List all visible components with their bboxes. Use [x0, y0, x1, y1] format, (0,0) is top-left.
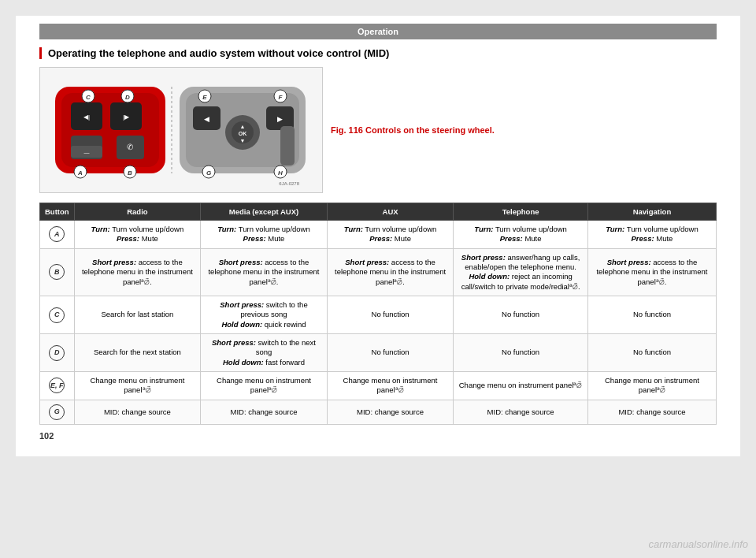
controls-table: Button Radio Media (except AUX) AUX Tele… [39, 203, 717, 425]
key-term: Turn: [217, 225, 236, 233]
cell-aux: Short press: access to the telephone men… [327, 248, 454, 296]
cell-radio: Search for the next station [74, 334, 201, 372]
cell-button: B [40, 248, 75, 296]
cell-media: Turn: Turn volume up/downPress: Mute [201, 221, 328, 249]
key-term: Hold down: [221, 320, 262, 329]
cell-button: E, F [40, 372, 75, 400]
table-row: ATurn: Turn volume up/downPress: MuteTur… [40, 221, 717, 249]
header-bar: Operation [39, 24, 717, 39]
key-term: Short press: [461, 253, 506, 262]
cell-aux: MID: change source [327, 400, 454, 424]
fig-label: Fig. 116 [331, 125, 363, 135]
cell-navigation: No function [587, 334, 716, 372]
svg-text:▼: ▼ [240, 138, 246, 143]
col-radio: Radio [74, 203, 201, 221]
section-title: Operating the telephone and audio system… [39, 47, 717, 59]
svg-text:◀|: ◀| [83, 113, 90, 121]
svg-text:E: E [202, 94, 207, 101]
image-area: ◀| |▶ + — ✆ C D A B [39, 67, 717, 193]
cell-aux: No function [327, 296, 454, 334]
col-button: Button [40, 203, 75, 221]
key-term: Press: [369, 234, 392, 243]
button-circle: A [49, 226, 65, 242]
cell-aux: No function [327, 334, 454, 372]
svg-text:—: — [84, 150, 90, 155]
cell-navigation: No function [587, 296, 716, 334]
svg-text:|▶: |▶ [123, 113, 130, 121]
key-term: Short press: [345, 258, 389, 266]
svg-text:B: B [128, 169, 132, 177]
page-number: 102 [39, 431, 717, 441]
key-term: Short press: [212, 338, 256, 347]
cell-button: A [40, 221, 75, 249]
key-term: Hold down: [469, 272, 510, 281]
key-term: Short press: [219, 258, 263, 266]
key-term: Turn: [91, 225, 110, 233]
key-term: Turn: [344, 225, 363, 233]
col-media: Media (except AUX) [201, 203, 328, 221]
svg-text:C: C [86, 94, 91, 101]
key-term: Press: [117, 234, 139, 243]
header-title: Operation [358, 27, 398, 36]
key-term: Press: [500, 234, 523, 243]
page-content: Operation Operating the telephone and au… [16, 16, 740, 456]
svg-text:▶: ▶ [277, 115, 283, 123]
cell-button: G [40, 400, 75, 424]
cell-telephone: Turn: Turn volume up/downPress: Mute [454, 221, 588, 249]
cell-aux: Change menu on instrument panelᵃ⦳ [327, 372, 454, 400]
table-row: CSearch for last stationShort press: swi… [40, 296, 717, 334]
cell-navigation: Short press: access to the telephone men… [587, 248, 716, 296]
key-term: Press: [243, 234, 266, 243]
steering-wheel-image: ◀| |▶ + — ✆ C D A B [39, 67, 323, 193]
cell-telephone: No function [454, 334, 588, 372]
svg-text:D: D [125, 94, 130, 101]
cell-radio: Search for last station [74, 296, 201, 334]
button-circle: B [49, 264, 65, 280]
table-row: BShort press: access to the telephone me… [40, 248, 717, 296]
col-aux: AUX [327, 203, 454, 221]
svg-text:▲: ▲ [240, 124, 246, 129]
cell-radio: Turn: Turn volume up/downPress: Mute [74, 221, 201, 249]
button-circle: D [49, 345, 65, 361]
button-circle: C [49, 307, 65, 323]
cell-radio: MID: change source [74, 400, 201, 424]
cell-aux: Turn: Turn volume up/downPress: Mute [327, 221, 454, 249]
cell-button: C [40, 296, 75, 334]
key-term: Short press: [220, 300, 264, 309]
col-navigation: Navigation [587, 203, 716, 221]
cell-button: D [40, 334, 75, 372]
cell-media: MID: change source [201, 400, 328, 424]
svg-text:G: G [206, 169, 211, 177]
table-row: E, FChange menu on instrument panelᵃ⦳Cha… [40, 372, 717, 400]
key-term: Turn: [474, 225, 493, 233]
key-term: Press: [632, 234, 654, 243]
svg-rect-32 [280, 126, 295, 166]
cell-media: Change menu on instrument panelᵃ⦳ [201, 372, 328, 400]
svg-text:6JA-0278: 6JA-0278 [279, 181, 299, 186]
button-circle: G [49, 404, 65, 420]
svg-text:✆: ✆ [127, 143, 133, 151]
svg-text:◀: ◀ [204, 115, 209, 123]
cell-navigation: MID: change source [587, 400, 716, 424]
key-term: Short press: [607, 258, 651, 266]
cell-telephone: Short press: answer/hang up calls, enabl… [454, 248, 588, 296]
key-term: Turn: [606, 225, 624, 233]
col-telephone: Telephone [454, 203, 588, 221]
fig-caption: Fig. 116 Controls on the steering wheel. [331, 125, 717, 135]
key-term: Short press: [92, 258, 136, 266]
svg-text:H: H [278, 169, 283, 177]
cell-media: Short press: access to the telephone men… [201, 248, 328, 296]
watermark: carmanualsonline.info [649, 538, 748, 550]
cell-telephone: MID: change source [454, 400, 588, 424]
button-circle: E, F [49, 378, 65, 393]
cell-radio: Change menu on instrument panelᵃ⦳ [74, 372, 201, 400]
fig-caption-text: Controls on the steering wheel. [365, 125, 495, 135]
cell-navigation: Change menu on instrument panelᵃ⦳ [587, 372, 716, 400]
cell-media: Short press: switch to the previous song… [201, 296, 328, 334]
cell-navigation: Turn: Turn volume up/downPress: Mute [587, 221, 716, 249]
cell-radio: Short press: access to the telephone men… [74, 248, 201, 296]
cell-telephone: Change menu on instrument panelᵃ⦳ [454, 372, 588, 400]
key-term: Hold down: [223, 358, 264, 366]
svg-text:A: A [77, 169, 83, 177]
cell-media: Short press: switch to the next songHold… [201, 334, 328, 372]
